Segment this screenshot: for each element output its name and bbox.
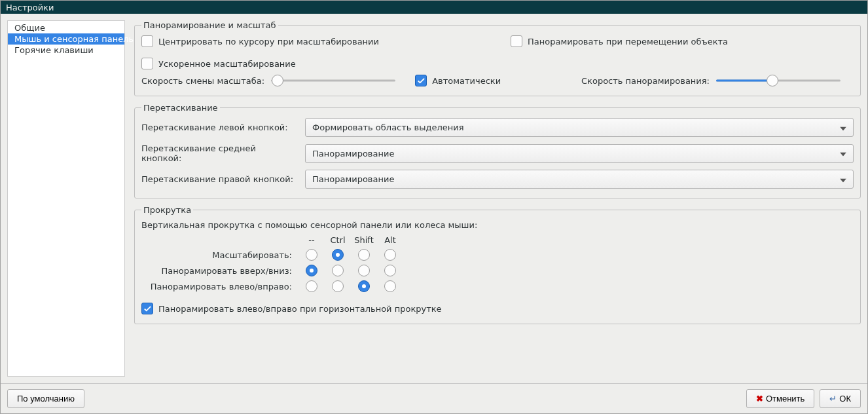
- group-scroll: Прокрутка Вертикальная прокрутка с помощ…: [134, 205, 861, 324]
- sidebar: Общие Мышь и сенсорная панель Горячие кл…: [7, 20, 125, 377]
- sidebar-item-mouse-touchpad[interactable]: Мышь и сенсорная панель: [8, 33, 124, 45]
- radio-panud-none[interactable]: [306, 265, 317, 276]
- dropdown-drag-middle[interactable]: Панорамирование: [305, 144, 854, 163]
- group-drag: Перетаскивание Перетаскивание левой кноп…: [134, 103, 861, 198]
- scroll-description: Вертикальная прокрутка с помощью сенсорн…: [141, 220, 854, 230]
- radio-zoom-ctrl[interactable]: [332, 249, 344, 261]
- row-panud-label: Панорамировать вверх/вниз:: [141, 266, 298, 276]
- label-drag-right: Перетаскивание правой кнопкой:: [141, 174, 298, 184]
- defaults-button[interactable]: По умолчанию: [7, 389, 84, 408]
- cancel-button[interactable]: ✖ Отменить: [746, 389, 814, 408]
- label-pan-speed: Скорость панорамирования:: [581, 76, 710, 86]
- legend-drag: Перетаскивание: [141, 103, 220, 113]
- col-alt: Alt: [377, 235, 403, 245]
- label-pan-while-moving: Панорамировать при перемещении объекта: [528, 37, 728, 47]
- slider-pan-speed-thumb[interactable]: [767, 75, 778, 86]
- row-panlr-label: Панорамировать влево/вправо:: [141, 282, 298, 292]
- sidebar-item-general[interactable]: Общие: [8, 22, 124, 33]
- titlebar: Настройки: [1, 1, 867, 14]
- slider-zoom-speed-thumb[interactable]: [272, 75, 283, 86]
- defaults-button-label: По умолчанию: [17, 394, 75, 404]
- ok-icon: ↵: [829, 394, 837, 404]
- dropdown-drag-right[interactable]: Панорамирование: [305, 170, 854, 189]
- radio-zoom-none[interactable]: [306, 249, 317, 261]
- ok-button-label: ОК: [839, 394, 851, 404]
- label-drag-middle: Перетаскивание средней кнопкой:: [141, 143, 298, 163]
- dropdown-drag-left[interactable]: Формировать область выделения: [305, 118, 854, 137]
- radio-panud-shift[interactable]: [358, 265, 370, 276]
- checkbox-auto-zoom-speed[interactable]: [415, 75, 427, 86]
- col-ctrl: Ctrl: [325, 235, 351, 245]
- label-zoom-speed: Скорость смены масштаба:: [141, 76, 264, 86]
- window-title: Настройки: [6, 3, 54, 12]
- dropdown-drag-right-value: Панорамирование: [312, 174, 394, 184]
- group-pan-zoom: Панорамирование и масштаб Центрировать п…: [134, 20, 861, 96]
- label-drag-left: Перетаскивание левой кнопкой:: [141, 122, 298, 132]
- checkbox-center-on-cursor[interactable]: [141, 35, 153, 47]
- cancel-button-label: Отменить: [766, 394, 805, 404]
- legend-scroll: Прокрутка: [141, 205, 193, 215]
- radio-panlr-alt[interactable]: [384, 280, 396, 292]
- col-none: --: [298, 235, 325, 245]
- checkbox-pan-while-moving[interactable]: [511, 35, 522, 47]
- radio-panud-ctrl[interactable]: [332, 265, 344, 276]
- radio-panlr-none[interactable]: [306, 280, 317, 292]
- slider-pan-speed[interactable]: [716, 75, 841, 86]
- col-shift: Shift: [351, 235, 377, 245]
- label-auto-zoom-speed: Автоматически: [432, 76, 501, 86]
- dropdown-drag-left-value: Формировать область выделения: [312, 122, 464, 132]
- slider-zoom-speed[interactable]: [271, 75, 395, 86]
- radio-zoom-shift[interactable]: [358, 249, 370, 261]
- radio-zoom-alt[interactable]: [384, 249, 396, 261]
- chevron-down-icon: [840, 122, 846, 132]
- chevron-down-icon: [840, 174, 846, 184]
- ok-button[interactable]: ↵ ОК: [820, 389, 861, 408]
- checkbox-fast-zoom[interactable]: [141, 58, 153, 69]
- row-zoom-label: Масштабировать:: [141, 250, 298, 260]
- radio-panud-alt[interactable]: [384, 265, 396, 276]
- radio-panlr-ctrl[interactable]: [332, 280, 344, 292]
- sidebar-item-hotkeys[interactable]: Горячие клавиши: [8, 45, 124, 56]
- checkbox-horiz-pan[interactable]: [141, 303, 153, 314]
- chevron-down-icon: [840, 149, 846, 159]
- radio-panlr-shift[interactable]: [358, 280, 370, 292]
- label-center-on-cursor: Центрировать по курсору при масштабирова…: [158, 37, 379, 47]
- dropdown-drag-middle-value: Панорамирование: [312, 149, 394, 159]
- footer: По умолчанию ✖ Отменить ↵ ОК: [1, 383, 867, 413]
- cancel-icon: ✖: [756, 394, 763, 404]
- legend-pan-zoom: Панорамирование и масштаб: [141, 20, 278, 30]
- label-fast-zoom: Ускоренное масштабирование: [158, 59, 296, 69]
- label-horiz-pan: Панорамировать влево/вправо при горизонт…: [158, 304, 442, 314]
